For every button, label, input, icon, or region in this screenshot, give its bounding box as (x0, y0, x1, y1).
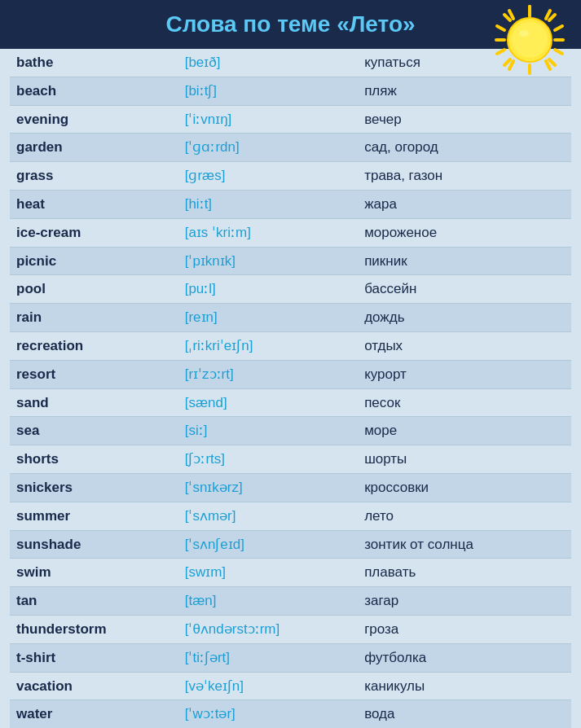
svg-line-6 (549, 15, 555, 20)
phonetic-cell: [ˈwɔːtər] (178, 700, 358, 728)
translation-cell: курорт (358, 360, 571, 388)
phonetic-cell: [aɪs ˈkriːm] (178, 218, 358, 247)
word-cell: sea (10, 417, 178, 445)
table-row: ice-cream[aɪs ˈkriːm]мороженое (10, 218, 571, 247)
word-cell: ice-cream (10, 218, 178, 247)
phonetic-cell: [ˈɡɑːrdn] (178, 134, 358, 162)
translation-cell: зонтик от солнца (358, 530, 571, 559)
table-row: resort[rɪˈzɔːrt]курорт (10, 360, 571, 388)
phonetic-cell: [ˈsnɪkərz] (178, 473, 358, 502)
word-cell: t-shirt (10, 643, 178, 672)
translation-cell: сад, огород (358, 134, 571, 162)
translation-cell: загар (358, 587, 571, 616)
header: Слова по теме «Лето» (0, 0, 581, 49)
table-row: snickers[ˈsnɪkərz]кроссовки (10, 473, 571, 502)
word-cell: tan (10, 587, 178, 616)
word-cell: bathe (10, 49, 178, 77)
table-row: vacation[vəˈkeɪʃn]каникулы (10, 672, 571, 700)
word-cell: recreation (10, 331, 178, 360)
table-row: evening[ˈiːvnɪŋ]вечер (10, 105, 571, 134)
phonetic-cell: [hiːt] (178, 190, 358, 218)
phonetic-cell: [ˈsʌnʃeɪd] (178, 530, 358, 559)
word-cell: pool (10, 275, 178, 304)
table-row: sand[sænd]песок (10, 388, 571, 417)
word-cell: swim (10, 559, 178, 587)
table-row: t-shirt[ˈtiːʃərt]футболка (10, 643, 571, 672)
translation-cell: футболка (358, 643, 571, 672)
phonetic-cell: [biːtʃ] (178, 77, 358, 105)
translation-cell: пляж (358, 77, 571, 105)
translation-cell: каникулы (358, 672, 571, 700)
translation-cell: мороженое (358, 218, 571, 247)
translation-cell: шорты (358, 445, 571, 474)
word-cell: heat (10, 190, 178, 218)
phonetic-cell: [siː] (178, 417, 358, 445)
page-title: Слова по теме «Лето» (165, 11, 415, 37)
word-cell: rain (10, 304, 178, 332)
table-row: grass[ɡræs]трава, газон (10, 162, 571, 191)
svg-line-14 (497, 50, 504, 54)
word-cell: vacation (10, 672, 178, 700)
translation-cell: дождь (358, 304, 571, 332)
word-cell: beach (10, 77, 178, 105)
translation-cell: песок (358, 388, 571, 417)
phonetic-cell: [ˈtiːʃərt] (178, 643, 358, 672)
word-cell: summer (10, 502, 178, 530)
table-row: swim[swɪm]плавать (10, 559, 571, 587)
phonetic-cell: [reɪn] (178, 304, 358, 332)
word-cell: sunshade (10, 530, 178, 559)
phonetic-cell: [ˈiːvnɪŋ] (178, 105, 358, 134)
svg-point-18 (512, 22, 548, 58)
phonetic-cell: [ˈθʌndərstɔːrm] (178, 615, 358, 643)
svg-line-12 (546, 61, 550, 69)
table-row: summer[ˈsʌmər]лето (10, 502, 571, 530)
phonetic-cell: [ʃɔːrts] (178, 445, 358, 474)
word-cell: thunderstorm (10, 615, 178, 643)
table-row: sunshade[ˈsʌnʃeɪd]зонтик от солнца (10, 530, 571, 559)
translation-cell: пикник (358, 247, 571, 275)
table-row: shorts[ʃɔːrts]шорты (10, 445, 571, 474)
svg-line-16 (509, 11, 513, 19)
svg-line-9 (546, 11, 550, 19)
word-cell: garden (10, 134, 178, 162)
table-row: bathe[beɪð]купаться (10, 49, 571, 77)
table-row: tan[tæn]загар (10, 587, 571, 616)
svg-point-19 (519, 30, 529, 37)
svg-line-11 (555, 50, 562, 54)
svg-line-4 (504, 15, 510, 20)
translation-cell: гроза (358, 615, 571, 643)
svg-line-7 (504, 59, 510, 65)
word-table: bathe[beɪð]купатьсяbeach[biːtʃ]пляжeveni… (10, 49, 571, 728)
phonetic-cell: [ˈsʌmər] (178, 502, 358, 530)
phonetic-cell: [tæn] (178, 587, 358, 616)
sun-decoration (493, 3, 566, 77)
svg-line-13 (509, 61, 513, 69)
phonetic-cell: [ˈpɪknɪk] (178, 247, 358, 275)
table-row: sea[siː]море (10, 417, 571, 445)
table-row: beach[biːtʃ]пляж (10, 77, 571, 105)
table-row: water[ˈwɔːtər]вода (10, 700, 571, 728)
translation-cell: вода (358, 700, 571, 728)
translation-cell: море (358, 417, 571, 445)
translation-cell: плавать (358, 559, 571, 587)
phonetic-cell: [swɪm] (178, 559, 358, 587)
phonetic-cell: [sænd] (178, 388, 358, 417)
word-cell: picnic (10, 247, 178, 275)
phonetic-cell: [ɡræs] (178, 162, 358, 191)
word-cell: snickers (10, 473, 178, 502)
table-row: recreation[ˌriːkriˈeɪʃn]отдых (10, 331, 571, 360)
svg-line-10 (555, 26, 562, 30)
word-cell: grass (10, 162, 178, 191)
table-row: heat[hiːt]жара (10, 190, 571, 218)
translation-cell: лето (358, 502, 571, 530)
word-cell: resort (10, 360, 178, 388)
content-area: bathe[beɪð]купатьсяbeach[biːtʃ]пляжeveni… (0, 49, 581, 728)
table-row: thunderstorm[ˈθʌndərstɔːrm]гроза (10, 615, 571, 643)
word-cell: shorts (10, 445, 178, 474)
translation-cell: кроссовки (358, 473, 571, 502)
word-cell: evening (10, 105, 178, 134)
phonetic-cell: [vəˈkeɪʃn] (178, 672, 358, 700)
table-row: garden[ˈɡɑːrdn]сад, огород (10, 134, 571, 162)
table-row: pool[puːl]бассейн (10, 275, 571, 304)
phonetic-cell: [puːl] (178, 275, 358, 304)
